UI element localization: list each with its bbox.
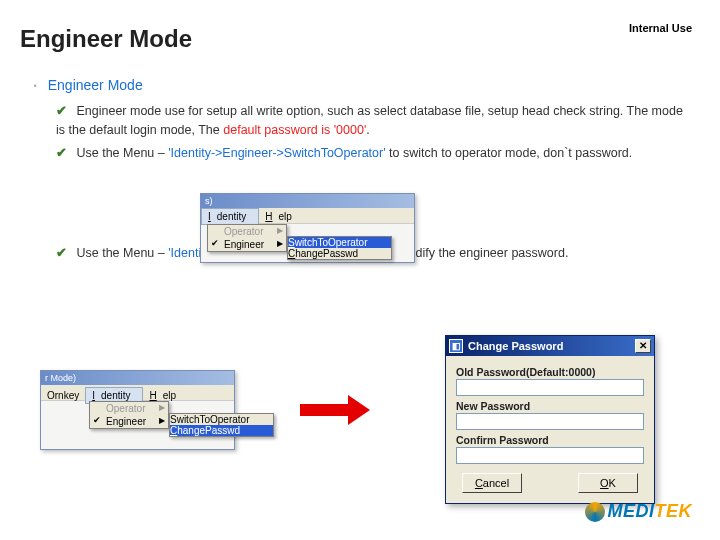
submenu-changepasswd[interactable]: ChangePasswd (288, 248, 391, 259)
logo-text-1: MEDI (608, 501, 655, 522)
bullet-1-post: . (366, 123, 369, 137)
logo-text-2: TEK (655, 501, 693, 522)
screenshot-switch-menu: s) IdentityHelp Operator▶ ✔Engineer▶ Swi… (200, 193, 415, 263)
dropdown-engineer[interactable]: ✔Engineer▶ (90, 415, 168, 428)
bullet-2: ✔ Use the Menu – 'Identity->Engineer->Sw… (56, 144, 684, 163)
close-button[interactable]: ✕ (635, 339, 651, 353)
section-heading: ▪ Engineer Mode (34, 75, 684, 97)
check-icon: ✔ (211, 238, 219, 248)
menu-ornkey[interactable]: Ornkey (41, 389, 85, 402)
bullet-2-path: 'Identity->Engineer->SwitchToOperator' (168, 146, 385, 160)
cancel-button[interactable]: Cancel (462, 473, 522, 493)
change-password-dialog: ◧ Change Password ✕ Old Password(Default… (445, 335, 655, 504)
check-icon: ✔ (93, 415, 101, 425)
old-password-label: Old Password(Default:0000) (456, 366, 644, 378)
bullet-2-post: to switch to operator mode, don`t passwo… (386, 146, 633, 160)
dropdown-engineer[interactable]: ✔Engineer▶ (208, 238, 286, 251)
window-title-fragment: s) (201, 194, 414, 208)
identity-dropdown: Operator▶ ✔Engineer▶ (89, 401, 169, 429)
check-icon: ✔ (56, 104, 67, 118)
window-title-fragment: r Mode) (41, 371, 234, 385)
menu-identity[interactable]: Identity (201, 208, 259, 225)
menubar: OrnkeyIdentityHelp (41, 385, 234, 401)
bullet-2-pre: Use the Menu – (76, 146, 168, 160)
new-password-input[interactable] (456, 413, 644, 430)
menubar: IdentityHelp (201, 208, 414, 224)
confirm-password-input[interactable] (456, 447, 644, 464)
bullet-1-red: default password is '0000' (223, 123, 366, 137)
submenu-switchtooperator[interactable]: SwitchToOperator (170, 414, 273, 425)
ok-button[interactable]: OK (578, 473, 638, 493)
chevron-right-icon: ▶ (277, 226, 283, 235)
red-arrow-icon (300, 395, 380, 425)
dropdown-operator[interactable]: Operator▶ (90, 402, 168, 415)
section-heading-text: Engineer Mode (48, 77, 143, 93)
logo-swirl-icon (585, 502, 605, 522)
engineer-submenu: SwitchToOperator ChangePasswd (169, 413, 274, 437)
chevron-right-icon: ▶ (159, 403, 165, 412)
dropdown-operator[interactable]: Operator▶ (208, 225, 286, 238)
identity-dropdown: Operator▶ ✔Engineer▶ (207, 224, 287, 252)
page-title: Engineer Mode (20, 25, 192, 53)
engineer-submenu: SwitchToOperator ChangePasswd (287, 236, 392, 260)
submenu-switchtooperator[interactable]: SwitchToOperator (288, 237, 391, 248)
submenu-changepasswd[interactable]: ChangePasswd (170, 425, 273, 436)
check-icon: ✔ (56, 146, 67, 160)
menu-help[interactable]: Help (259, 209, 304, 224)
old-password-input[interactable] (456, 379, 644, 396)
check-icon: ✔ (56, 246, 67, 260)
app-icon: ◧ (449, 339, 463, 353)
dialog-body: Old Password(Default:0000) New Password … (446, 356, 654, 503)
mediatek-logo: MEDITEK (585, 501, 693, 522)
chevron-right-icon: ▶ (159, 416, 165, 425)
classification-label: Internal Use (629, 22, 692, 34)
confirm-password-label: Confirm Password (456, 434, 644, 446)
chevron-right-icon: ▶ (277, 239, 283, 248)
dialog-titlebar: ◧ Change Password ✕ (446, 336, 654, 356)
screenshot-changepasswd-menu: r Mode) OrnkeyIdentityHelp Operator▶ ✔En… (40, 370, 235, 450)
square-bullet-icon: ▪ (34, 81, 37, 90)
bullet-3-pre: Use the Menu – (76, 246, 168, 260)
dialog-title: Change Password (468, 340, 563, 352)
bullet-1: ✔ Engineer mode use for setup all write … (56, 102, 684, 141)
new-password-label: New Password (456, 400, 644, 412)
